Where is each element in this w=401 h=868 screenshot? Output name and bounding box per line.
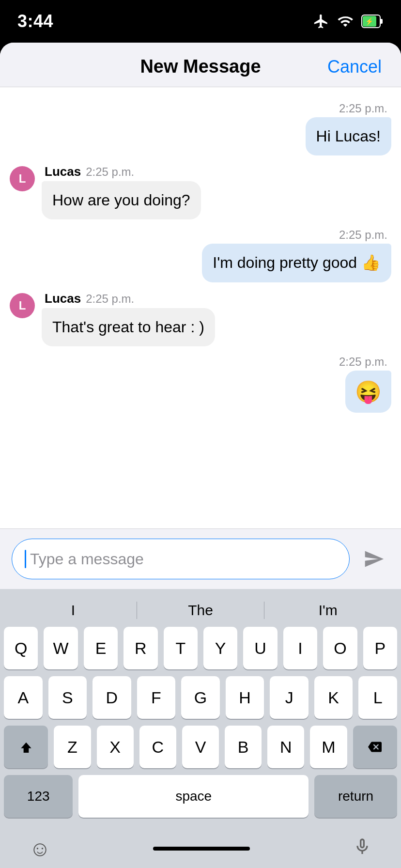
header-title: New Message <box>140 56 261 77</box>
key-k[interactable]: K <box>314 676 353 719</box>
key-row-1: Q W E R T Y U I O P <box>4 627 397 669</box>
message-time: 2:25 p.m. <box>339 102 391 115</box>
message-row: 2:25 p.m. Hi Lucas! <box>10 102 391 155</box>
key-z[interactable]: Z <box>54 726 91 768</box>
shift-icon <box>18 739 34 755</box>
key-h[interactable]: H <box>226 676 264 719</box>
key-f[interactable]: F <box>137 676 176 719</box>
message-row: L Lucas 2:25 p.m. How are you doing? <box>10 164 391 219</box>
backspace-key[interactable] <box>353 726 397 768</box>
key-t[interactable]: T <box>164 627 198 669</box>
send-icon <box>363 548 385 570</box>
key-l[interactable]: L <box>358 676 397 719</box>
key-u[interactable]: U <box>243 627 277 669</box>
message-input[interactable]: Type a message <box>12 539 350 579</box>
key-j[interactable]: J <box>270 676 308 719</box>
status-icons: ⚡ <box>313 13 384 30</box>
key-p[interactable]: P <box>363 627 397 669</box>
app-container: New Message Cancel 2:25 p.m. Hi Lucas! L… <box>0 43 401 868</box>
key-w[interactable]: W <box>44 627 77 669</box>
avatar: L <box>10 293 35 318</box>
message-row: 2:25 p.m. I'm doing pretty good 👍 <box>10 228 391 282</box>
key-row-3: Z X C V B N M <box>4 726 397 768</box>
input-area: Type a message <box>0 528 401 589</box>
svg-rect-1 <box>380 19 383 24</box>
key-v[interactable]: V <box>182 726 219 768</box>
bubble-meta: Lucas 2:25 p.m. <box>42 291 215 306</box>
cancel-button[interactable]: Cancel <box>327 57 382 77</box>
svg-text:⚡: ⚡ <box>365 17 374 26</box>
message-bubble: I'm doing pretty good 👍 <box>202 244 391 282</box>
backspace-icon <box>367 740 383 754</box>
key-b[interactable]: B <box>225 726 262 768</box>
airplane-icon <box>313 13 329 30</box>
key-r[interactable]: R <box>123 627 157 669</box>
message-bubble: Hi Lucas! <box>306 117 391 155</box>
home-bar-spacer <box>153 847 250 851</box>
key-c[interactable]: C <box>139 726 176 768</box>
key-row-4: 123 space return <box>4 775 397 818</box>
message-row: 2:25 p.m. 😝 <box>10 355 391 413</box>
bubble-wrapper-sent: 2:25 p.m. 😝 <box>339 355 391 413</box>
numbers-key[interactable]: 123 <box>4 775 73 818</box>
space-key[interactable]: space <box>78 775 308 818</box>
sender-name: Lucas <box>45 164 81 179</box>
predictive-word-1[interactable]: I <box>10 602 137 619</box>
bubble-wrapper-sent: 2:25 p.m. Hi Lucas! <box>306 102 391 155</box>
wifi-icon <box>336 13 355 30</box>
key-m[interactable]: M <box>310 726 347 768</box>
send-button[interactable] <box>358 543 389 574</box>
key-q[interactable]: Q <box>4 627 38 669</box>
mic-button[interactable] <box>353 837 372 861</box>
key-d[interactable]: D <box>93 676 131 719</box>
bubble-wrapper-received: Lucas 2:25 p.m. That's great to hear : ) <box>42 291 215 346</box>
key-a[interactable]: A <box>4 676 43 719</box>
message-time: 2:25 p.m. <box>86 292 134 306</box>
status-time: 3:44 <box>17 11 53 31</box>
bubble-meta: Lucas 2:25 p.m. <box>42 164 201 179</box>
message-time: 2:25 p.m. <box>339 355 391 369</box>
message-time: 2:25 p.m. <box>339 228 391 242</box>
message-row: L Lucas 2:25 p.m. That's great to hear :… <box>10 291 391 346</box>
key-rows: Q W E R T Y U I O P A S D F G H J K <box>0 627 401 824</box>
header: New Message Cancel <box>0 43 401 87</box>
predictive-bar: I The I'm <box>0 596 401 627</box>
predictive-word-2[interactable]: The <box>137 602 264 619</box>
message-bubble: That's great to hear : ) <box>42 308 215 346</box>
messages-area: 2:25 p.m. Hi Lucas! L Lucas 2:25 p.m. Ho… <box>0 87 401 528</box>
key-x[interactable]: X <box>97 726 134 768</box>
key-s[interactable]: S <box>48 676 87 719</box>
message-bubble: How are you doing? <box>42 181 201 219</box>
key-o[interactable]: O <box>323 627 357 669</box>
sender-name: Lucas <box>45 291 81 306</box>
status-bar: 3:44 ⚡ <box>0 0 401 43</box>
message-bubble: 😝 <box>345 371 391 413</box>
bubble-wrapper-sent: 2:25 p.m. I'm doing pretty good 👍 <box>202 228 391 282</box>
message-time: 2:25 p.m. <box>86 165 134 179</box>
key-e[interactable]: E <box>84 627 118 669</box>
key-g[interactable]: G <box>181 676 220 719</box>
key-n[interactable]: N <box>267 726 304 768</box>
text-cursor <box>25 550 26 568</box>
shift-key[interactable] <box>4 726 48 768</box>
input-placeholder: Type a message <box>30 550 144 568</box>
bottom-bar: ☺ <box>0 824 401 868</box>
predictive-word-3[interactable]: I'm <box>264 602 391 619</box>
key-i[interactable]: I <box>283 627 317 669</box>
emoji-button[interactable]: ☺ <box>29 837 51 861</box>
avatar: L <box>10 166 35 191</box>
key-y[interactable]: Y <box>203 627 237 669</box>
bubble-wrapper-received: Lucas 2:25 p.m. How are you doing? <box>42 164 201 219</box>
microphone-icon <box>353 837 372 856</box>
battery-icon: ⚡ <box>361 15 384 28</box>
keyboard: I The I'm Q W E R T Y U I O P A <box>0 589 401 868</box>
key-row-2: A S D F G H J K L <box>4 676 397 719</box>
return-key[interactable]: return <box>314 775 397 818</box>
